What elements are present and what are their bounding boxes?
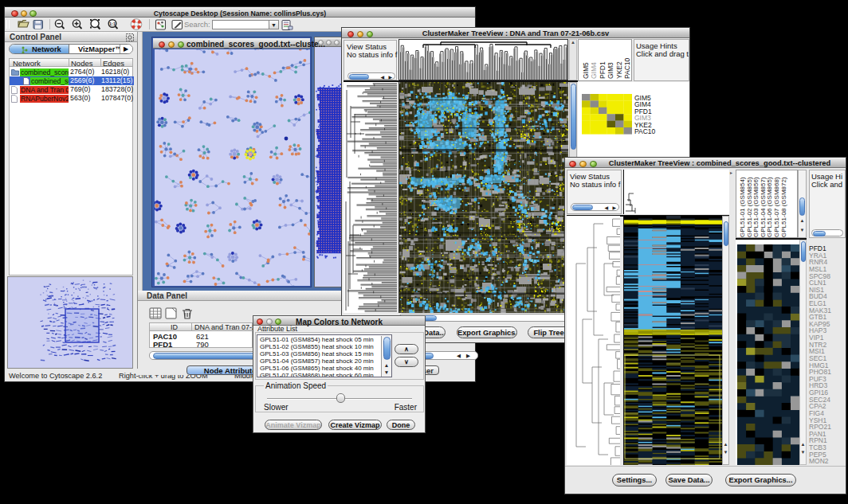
svg-text:1:1: 1:1 <box>109 21 116 26</box>
svg-text:Search:: Search: <box>184 20 210 29</box>
